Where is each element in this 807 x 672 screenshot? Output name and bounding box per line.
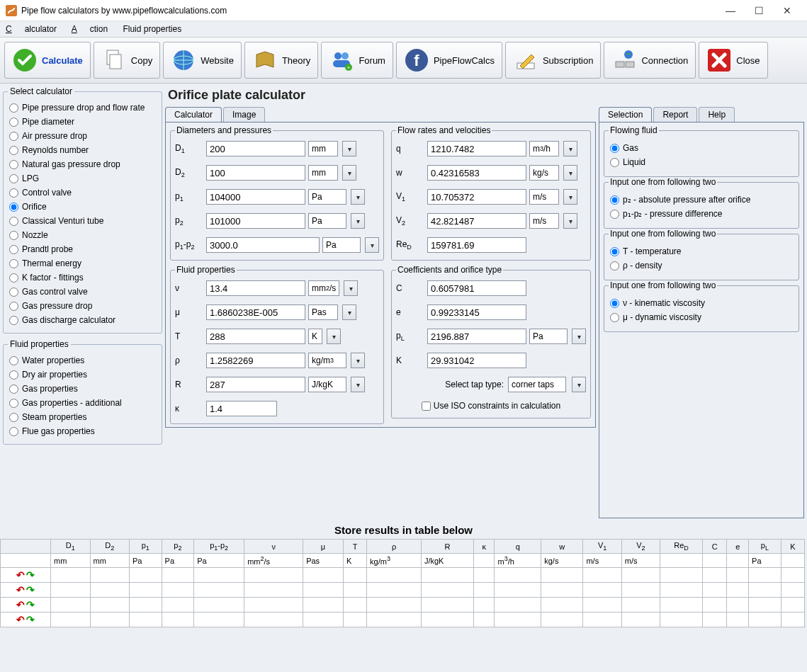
input-viscosity-group: Input one from following two ν - kinemat… (604, 280, 799, 332)
unit-pL-dropdown[interactable] (572, 329, 586, 344)
radio-liquid[interactable] (610, 158, 619, 167)
input-rho[interactable] (206, 353, 305, 368)
radio-kinematic[interactable] (610, 299, 619, 308)
calc-radio-natural-gas-pressure-drop[interactable]: Natural gas pressure drop (8, 157, 157, 171)
theory-button[interactable]: Theory (244, 42, 318, 79)
input-D1[interactable] (206, 141, 305, 156)
input-dp[interactable] (206, 237, 320, 253)
arrow-down-icon[interactable]: ↷ (26, 614, 35, 625)
fluid-radio-flue-gas-properties[interactable]: Flue gas properties (8, 424, 157, 438)
unit-nu-dropdown[interactable] (344, 280, 358, 296)
subscription-button[interactable]: Subscription (505, 42, 602, 79)
input-pressure-group: Input one from following two p₂ - absolu… (604, 177, 799, 229)
radio-density[interactable] (610, 261, 619, 270)
unit-mu-dropdown[interactable] (342, 304, 356, 320)
arrow-up-icon[interactable]: ↶ (16, 599, 25, 610)
calc-radio-k-factor-fittings[interactable]: K factor - fittings (8, 270, 157, 285)
input-kappa[interactable] (206, 401, 277, 416)
calc-radio-nozzle[interactable]: Nozzle (8, 228, 157, 242)
unit-rho-dropdown[interactable] (351, 353, 365, 368)
col-header: V2 (621, 540, 660, 554)
close-window-button[interactable]: ✕ (773, 5, 801, 16)
calculate-button[interactable]: Calculate (4, 42, 91, 79)
input-V2[interactable] (427, 213, 526, 229)
calc-radio-gas-control-valve[interactable]: Gas control valve (8, 285, 157, 299)
unit-R-dropdown[interactable] (351, 377, 365, 392)
input-D2[interactable] (206, 165, 305, 181)
arrow-up-icon[interactable]: ↶ (16, 569, 25, 581)
input-V1[interactable] (427, 189, 526, 205)
arrow-up-icon[interactable]: ↶ (16, 584, 25, 596)
unit-D1-dropdown[interactable] (342, 141, 356, 156)
fluid-radio-dry-air-properties[interactable]: Dry air properties (8, 368, 157, 382)
menu-action[interactable]: Action (72, 24, 108, 34)
input-C[interactable] (427, 280, 526, 296)
unit-w-dropdown[interactable] (563, 165, 577, 181)
input-q[interactable] (427, 141, 526, 156)
input-ReD[interactable] (427, 237, 526, 253)
tab-help[interactable]: Help (699, 107, 735, 122)
calc-radio-reynolds-number[interactable]: Reynolds number (8, 143, 157, 157)
input-mu[interactable] (206, 304, 305, 320)
unit-V1-dropdown[interactable] (563, 189, 577, 205)
tab-selection[interactable]: Selection (599, 107, 652, 122)
input-p2[interactable] (206, 213, 305, 229)
calc-radio-pipe-diameter[interactable]: Pipe diameter (8, 115, 157, 129)
calc-radio-classical-venturi-tube[interactable]: Classical Venturi tube (8, 214, 157, 228)
close-button[interactable]: Close (699, 42, 767, 79)
calc-radio-control-valve[interactable]: Control valve (8, 186, 157, 200)
input-e[interactable] (427, 304, 526, 320)
tap-type-dropdown[interactable] (572, 377, 586, 392)
unit-p2-dropdown[interactable] (351, 213, 365, 229)
calc-radio-lpg[interactable]: LPG (8, 171, 157, 186)
unit-p1-dropdown[interactable] (351, 189, 365, 205)
arrow-down-icon[interactable]: ↷ (26, 584, 35, 596)
connection-button[interactable]: Connection (604, 42, 696, 79)
maximize-button[interactable]: ☐ (745, 5, 773, 16)
input-T[interactable] (206, 329, 305, 344)
arrow-down-icon[interactable]: ↷ (26, 569, 35, 581)
forum-button[interactable]: + Forum (321, 42, 393, 79)
calc-radio-air-pressure-drop[interactable]: Air pressure drop (8, 129, 157, 143)
calc-radio-pipe-pressure-drop-and-flow-rate[interactable]: Pipe pressure drop and flow rate (8, 101, 157, 115)
fluid-radio-gas-properties[interactable]: Gas properties (8, 382, 157, 396)
radio-p-diff[interactable] (610, 210, 619, 219)
copy-button[interactable]: Copy (94, 42, 160, 79)
calc-radio-prandtl-probe[interactable]: Prandtl probe (8, 242, 157, 256)
unit-q-dropdown[interactable] (563, 141, 577, 156)
unit-V2-dropdown[interactable] (563, 213, 577, 229)
fluid-radio-gas-properties-additional[interactable]: Gas properties - additional (8, 396, 157, 410)
iso-constraints-checkbox[interactable] (422, 402, 431, 411)
unit-T-dropdown[interactable] (327, 329, 341, 344)
input-w[interactable] (427, 165, 526, 181)
radio-gas[interactable] (610, 144, 619, 153)
tab-report[interactable]: Report (653, 107, 697, 122)
tab-calculator[interactable]: Calculator (165, 107, 222, 122)
input-R[interactable] (206, 377, 305, 392)
website-button[interactable]: Website (163, 42, 242, 79)
calc-radio-thermal-energy[interactable]: Thermal energy (8, 256, 157, 270)
menu-calculator[interactable]: Calculator (6, 24, 57, 34)
radio-p2-absolute[interactable] (610, 195, 619, 205)
calc-radio-gas-discharge-calculator[interactable]: Gas discharge calculator (8, 313, 157, 327)
radio-dynamic[interactable] (610, 313, 619, 322)
input-K[interactable] (427, 353, 526, 368)
fluid-radio-water-properties[interactable]: Water properties (8, 353, 157, 368)
unit-dp: Pa (322, 237, 361, 253)
input-p1[interactable] (206, 189, 305, 205)
input-nu[interactable] (206, 280, 305, 296)
calc-radio-gas-pressure-drop[interactable]: Gas pressure drop (8, 299, 157, 313)
unit-D2-dropdown[interactable] (342, 165, 356, 181)
calc-radio-orifice[interactable]: Orifice (8, 200, 157, 214)
radio-temperature[interactable] (610, 247, 619, 256)
unit-dp-dropdown[interactable] (365, 237, 379, 253)
input-pL[interactable] (427, 329, 526, 344)
fluid-radio-steam-properties[interactable]: Steam properties (8, 410, 157, 424)
arrow-down-icon[interactable]: ↷ (26, 599, 35, 610)
tap-type-select[interactable]: corner taps (508, 377, 566, 392)
arrow-up-icon[interactable]: ↶ (16, 614, 25, 625)
minimize-button[interactable]: — (716, 5, 745, 16)
tab-image[interactable]: Image (223, 107, 265, 122)
pipeflowcalcs-button[interactable]: f PipeFlowCalcs (396, 42, 502, 79)
menu-fluid-properties[interactable]: Fluid properties (123, 24, 181, 34)
